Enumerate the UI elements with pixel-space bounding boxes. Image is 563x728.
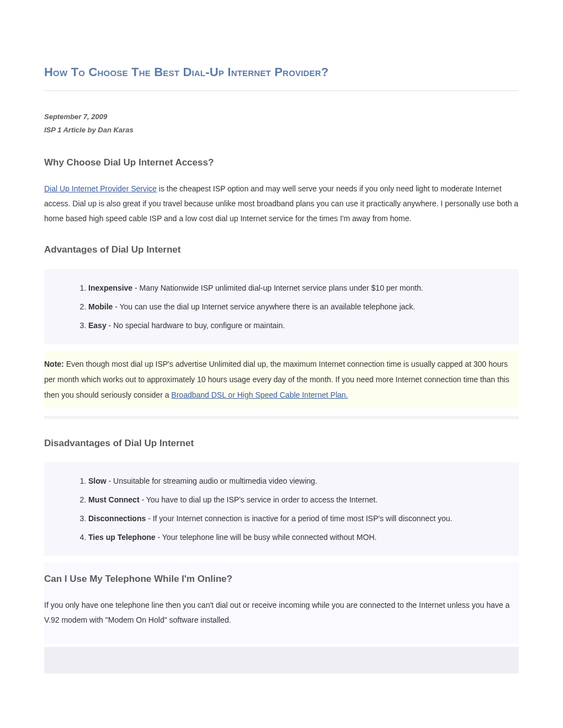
title-divider xyxy=(44,90,519,91)
list-item-label: Slow xyxy=(88,477,107,485)
list-item-text: - You can use the dial up Internet servi… xyxy=(113,302,415,311)
note-box: Note: Even though most dial up ISP's adv… xyxy=(44,351,519,408)
heading-telephone: Can I Use My Telephone While I'm Online? xyxy=(44,570,519,588)
list-item-label: Disconnections xyxy=(88,514,146,523)
list-item: Ties up Telephone - Your telephone line … xyxy=(88,529,508,545)
telephone-section-block: Can I Use My Telephone While I'm Online?… xyxy=(44,563,519,644)
paragraph-why-choose: Dial Up Internet Provider Service is the… xyxy=(44,181,519,226)
heading-disadvantages: Disadvantages of Dial Up Internet xyxy=(44,435,519,452)
list-item: Disconnections - If your Internet connec… xyxy=(88,511,508,526)
divider-bar xyxy=(44,416,519,419)
list-item-label: Must Connect xyxy=(88,495,140,504)
list-item: Mobile - You can use the dial up Interne… xyxy=(88,299,508,314)
list-item-text: - You have to dial up the ISP's service … xyxy=(140,495,378,504)
list-item: Slow - Unsuitable for streaming audio or… xyxy=(88,473,508,489)
list-item-text: - Many Nationwide ISP unlimited dial-up … xyxy=(132,283,423,292)
disadvantages-list-box: Slow - Unsuitable for streaming audio or… xyxy=(44,462,519,556)
note-label: Note: xyxy=(44,360,64,368)
footer-bar xyxy=(44,647,519,673)
list-item-text: - No special hardware to buy, configure … xyxy=(107,321,285,330)
list-item-label: Easy xyxy=(88,321,107,330)
article-date: September 7, 2009 xyxy=(44,110,519,124)
list-item-label: Ties up Telephone xyxy=(88,533,156,542)
list-item-text: - Unsuitable for streaming audio or mult… xyxy=(107,477,317,485)
list-item-label: Inexpensive xyxy=(88,283,132,292)
article-byline: ISP 1 Article by Dan Karas xyxy=(44,124,519,137)
list-item: Must Connect - You have to dial up the I… xyxy=(88,492,508,507)
heading-advantages: Advantages of Dial Up Internet xyxy=(44,241,519,259)
article-container: How To Choose The Best Dial-Up Internet … xyxy=(0,0,563,695)
link-dialup-provider-service[interactable]: Dial Up Internet Provider Service xyxy=(44,184,157,193)
heading-why-choose: Why Choose Dial Up Internet Access? xyxy=(44,154,519,172)
article-meta: September 7, 2009 ISP 1 Article by Dan K… xyxy=(44,110,519,137)
disadvantages-list: Slow - Unsuitable for streaming audio or… xyxy=(88,473,508,545)
list-item: Inexpensive - Many Nationwide ISP unlimi… xyxy=(88,280,508,296)
link-broadband-plan[interactable]: Broadband DSL or High Speed Cable Intern… xyxy=(171,390,348,399)
list-item: Easy - No special hardware to buy, confi… xyxy=(88,318,508,333)
advantages-list-box: Inexpensive - Many Nationwide ISP unlimi… xyxy=(44,269,519,344)
page-title: How To Choose The Best Dial-Up Internet … xyxy=(44,61,519,84)
list-item-label: Mobile xyxy=(88,302,113,311)
paragraph-telephone: If you only have one telephone line then… xyxy=(44,598,519,627)
list-item-text: - If your Internet connection is inactiv… xyxy=(146,514,452,523)
advantages-list: Inexpensive - Many Nationwide ISP unlimi… xyxy=(88,280,508,333)
list-item-text: - Your telephone line will be busy while… xyxy=(156,533,377,542)
